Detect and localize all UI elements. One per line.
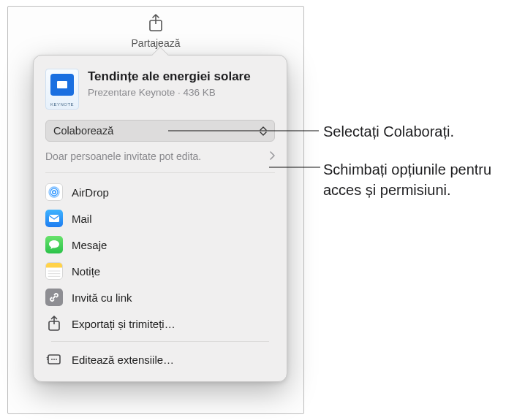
link-icon bbox=[45, 289, 63, 306]
option-messages[interactable]: Mesaje bbox=[39, 232, 281, 258]
svg-point-11 bbox=[51, 359, 53, 360]
app-window: Partajează KEYNOTE Tendințe ale energiei… bbox=[7, 6, 304, 414]
option-label: Notițe bbox=[72, 265, 100, 278]
airdrop-icon bbox=[45, 183, 63, 201]
permissions-text: Doar persoanele invitate pot edita. bbox=[45, 150, 201, 162]
option-edit-extensions[interactable]: Editează extensiile… bbox=[39, 346, 281, 373]
option-notes[interactable]: Notițe bbox=[39, 258, 281, 284]
svg-point-13 bbox=[56, 359, 57, 360]
option-mail[interactable]: Mail bbox=[39, 205, 281, 232]
option-label: AirDrop bbox=[72, 186, 109, 199]
popover-header: KEYNOTE Tendințe ale energiei solare Pre… bbox=[34, 56, 287, 118]
permissions-row[interactable]: Doar persoanele invitate pot edita. bbox=[45, 149, 275, 173]
chevron-right-icon bbox=[269, 150, 275, 162]
svg-point-12 bbox=[53, 359, 55, 360]
option-label: Editează extensiile… bbox=[72, 354, 174, 366]
share-popover: KEYNOTE Tendințe ale energiei solare Pre… bbox=[33, 55, 287, 382]
share-options-list: AirDrop Mail Mesaje Notițe bbox=[34, 173, 287, 374]
svg-point-2 bbox=[50, 188, 58, 196]
notes-icon bbox=[45, 262, 63, 280]
option-label: Invită cu link bbox=[72, 291, 132, 304]
export-icon bbox=[45, 315, 63, 332]
callout-change-permissions: Schimbați opțiunile pentru acces și perm… bbox=[323, 159, 513, 200]
up-down-chevron-icon bbox=[257, 123, 270, 139]
share-button-label[interactable]: Partajează bbox=[8, 37, 303, 49]
svg-point-1 bbox=[53, 191, 56, 194]
share-icon[interactable] bbox=[148, 14, 164, 36]
option-label: Exportați și trimiteți… bbox=[72, 318, 175, 330]
document-icon-caption: KEYNOTE bbox=[46, 102, 78, 107]
document-icon: KEYNOTE bbox=[45, 69, 79, 110]
divider bbox=[51, 341, 269, 342]
document-subtitle: Prezentare Keynote · 436 KB bbox=[88, 87, 251, 98]
svg-rect-5 bbox=[46, 263, 62, 267]
messages-icon bbox=[45, 236, 63, 253]
svg-rect-4 bbox=[49, 215, 59, 222]
option-label: Mail bbox=[72, 213, 92, 225]
callout-select-collaborate: Selectați Colaborați. bbox=[323, 121, 454, 142]
option-label: Mesaje bbox=[72, 239, 107, 251]
document-title: Tendințe ale energiei solare bbox=[88, 69, 251, 84]
more-icon bbox=[45, 351, 63, 368]
option-export-send[interactable]: Exportați și trimiteți… bbox=[39, 310, 281, 337]
collaborate-mode-label: Colaborează bbox=[53, 125, 113, 137]
mail-icon bbox=[45, 210, 63, 227]
option-airdrop[interactable]: AirDrop bbox=[39, 179, 281, 205]
option-invite-link[interactable]: Invită cu link bbox=[39, 284, 281, 310]
collaborate-mode-selector[interactable]: Colaborează bbox=[45, 120, 275, 142]
